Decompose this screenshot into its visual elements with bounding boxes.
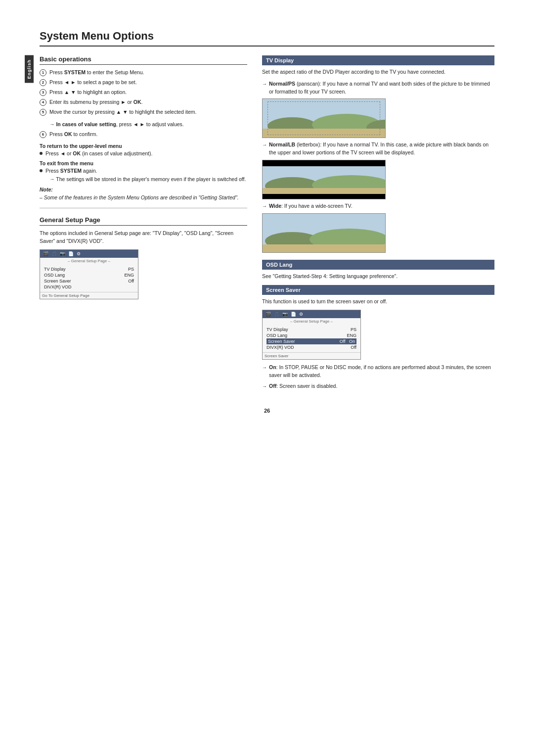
ss-val-tv: PS <box>351 327 356 332</box>
normal-lb-text: Normal/LB (letterbox): If you have a nor… <box>269 141 494 157</box>
osd-lang-header: OSD Lang <box>262 260 494 270</box>
exit-dot-icon <box>40 169 43 172</box>
section-divider <box>40 208 247 208</box>
ss-icon-3: 📷 <box>282 312 288 317</box>
step-5-num: 5 <box>40 109 46 116</box>
steps-list: 1 Press SYSTEM to enter the Setup Menu. … <box>40 69 247 116</box>
ss-img-label: – General Setup Page – <box>263 318 360 325</box>
ss-icon-5: ⚙ <box>299 312 303 317</box>
ss-icon-4: 📄 <box>291 312 296 317</box>
setup-img-label: – General Setup Page – <box>40 258 138 264</box>
exit-menu-text: Press SYSTEM again. <box>45 168 97 174</box>
lb-svg <box>263 166 385 194</box>
right-column: TV Display Set the aspect ratio of the D… <box>262 55 494 393</box>
setup-label-divx: DIVX(R) VOD <box>44 284 72 289</box>
setup-icon-1: 🎬 <box>43 251 48 256</box>
ss-val-divx: Off <box>351 345 356 350</box>
step-4: 4 Enter its submenu by pressing ► or OK. <box>40 98 247 106</box>
step-4-text: Enter its submenu by pressing ► or OK. <box>49 98 142 106</box>
ss-img-header: 🎬 🎵 📷 📄 ⚙ <box>263 310 360 318</box>
arrow-icon-wide: → <box>262 202 267 210</box>
ss-row-tv: TV Display PS <box>267 327 356 332</box>
tv-display-section: TV Display Set the aspect ratio of the D… <box>262 55 494 253</box>
ss-off-item: → Off: Screen saver is disabled. <box>262 382 494 390</box>
setup-img-header: 🎬 🎵 📷 📄 ⚙ <box>40 250 138 258</box>
screen-saver-section: Screen Saver This function is used to tu… <box>262 285 494 390</box>
tv-display-intro: Set the aspect ratio of the DVD Player a… <box>262 68 494 76</box>
basic-operations-section: Basic operations 1 Press SYSTEM to enter… <box>40 55 247 202</box>
wide-text: Wide: If you have a wide-screen TV. <box>269 202 353 210</box>
step-1: 1 Press SYSTEM to enter the Setup Menu. <box>40 69 247 76</box>
ss-val-osd: ENG <box>347 333 356 338</box>
step-6-list: 6 Press OK to confirm. <box>40 131 247 138</box>
ss-label-tv: TV Display <box>267 327 288 332</box>
ss-vals-saver: Off On <box>340 339 355 344</box>
step-5-arrow: → In cases of value setting, press ◄ ► t… <box>49 121 247 128</box>
ss-icon-1: 🎬 <box>266 312 271 317</box>
tv-display-header: TV Display <box>262 55 494 65</box>
tv-image-wide <box>262 213 494 253</box>
setup-val-tv: PS <box>128 267 134 272</box>
setup-img-body: TV Display PS OSD Lang ENG Screen Saver … <box>40 264 138 292</box>
osd-lang-text: See "Getting Started-Step 4: Setting lan… <box>262 273 494 281</box>
setup-img-footer: Go To General Setup Page <box>40 292 138 299</box>
ss-row-osd: OSD Lang ENG <box>267 332 356 338</box>
exit-menu-heading: To exit from the menu <box>40 160 247 166</box>
bullet-dot-icon <box>40 152 43 155</box>
setup-row-tv: TV Display PS <box>44 266 134 272</box>
page-title: System Menu Options <box>40 30 494 47</box>
step-1-text: Press SYSTEM to enter the Setup Menu. <box>49 69 144 76</box>
step-1-num: 1 <box>40 69 46 76</box>
step-2-text: Press ◄ ► to select a page to be set. <box>49 79 137 86</box>
note-text: – Some of the features in the System Men… <box>40 194 247 202</box>
screen-saver-header: Screen Saver <box>262 285 494 295</box>
ss-row-divx: DIVX(R) VOD Off <box>267 344 356 350</box>
general-setup-intro: The options included in General Setup pa… <box>40 230 247 245</box>
upper-level-bullet: Press ◄ or OK (in cases of value adjustm… <box>40 150 247 156</box>
english-tab: English <box>25 55 34 83</box>
setup-row-saver: Screen Saver Off <box>44 278 134 284</box>
svg-rect-8 <box>263 188 385 194</box>
upper-level-heading: To return to the upper-level menu <box>40 143 247 149</box>
tv-image-ps <box>262 98 494 138</box>
ss-label-saver: Screen Saver <box>268 339 295 344</box>
setup-icon-5: ⚙ <box>77 251 81 256</box>
wide-svg <box>263 214 386 253</box>
normal-ps-item: → Normal/PS (panscan): If you have a nor… <box>262 80 494 96</box>
screen-saver-intro: This function is used to turn the screen… <box>262 298 494 306</box>
step-2: 2 Press ◄ ► to select a page to be set. <box>40 79 247 86</box>
step-6-num: 6 <box>40 131 46 138</box>
step-3-num: 3 <box>40 89 46 96</box>
arrow-icon-ps: → <box>262 80 267 88</box>
setup-label-osd: OSD Lang <box>44 273 65 278</box>
ss-label-osd: OSD Lang <box>267 333 287 338</box>
ss-label-divx: DIVX(R) VOD <box>267 345 294 350</box>
setup-val-saver: Off <box>128 279 134 284</box>
normal-ps-text: Normal/PS (panscan): If you have a norma… <box>269 80 494 96</box>
upper-level-text: Press ◄ or OK (in cases of value adjustm… <box>45 150 152 156</box>
tv-image-lb <box>262 160 494 199</box>
general-setup-image: 🎬 🎵 📷 📄 ⚙ – General Setup Page – TV Disp… <box>40 249 138 299</box>
setup-label-tv: TV Display <box>44 267 66 272</box>
arrow-icon-lb: → <box>262 141 267 148</box>
general-setup-section: General Setup Page The options included … <box>40 216 247 299</box>
step-2-num: 2 <box>40 79 46 86</box>
setup-icon-4: 📄 <box>68 251 74 256</box>
ss-on-text: On: In STOP, PAUSE or No DISC mode, if n… <box>269 364 494 379</box>
setup-val-osd: ENG <box>124 273 134 278</box>
normal-lb-item: → Normal/LB (letterbox): If you have a n… <box>262 141 494 157</box>
step-6-text: Press OK to confirm. <box>49 131 97 138</box>
arrow-icon-on: → <box>262 364 267 371</box>
general-setup-title: General Setup Page <box>40 216 247 226</box>
step-6: 6 Press OK to confirm. <box>40 131 247 138</box>
step-4-num: 4 <box>40 99 46 106</box>
ss-row-saver: Screen Saver Off On <box>267 338 356 344</box>
setup-row-divx: DIVX(R) VOD <box>44 284 134 290</box>
screen-saver-image: 🎬 🎵 📷 📄 ⚙ – General Setup Page – TV Disp… <box>262 310 361 360</box>
setup-icon-2: 🎵 <box>51 251 57 256</box>
ss-icon-2: 🎵 <box>274 312 279 317</box>
wide-item: → Wide: If you have a wide-screen TV. <box>262 202 494 210</box>
ss-img-footer: Screen Saver <box>263 352 360 359</box>
setup-icon-3: 📷 <box>60 251 65 256</box>
step-3-text: Press ▲ ▼ to highlight an option. <box>49 89 127 96</box>
